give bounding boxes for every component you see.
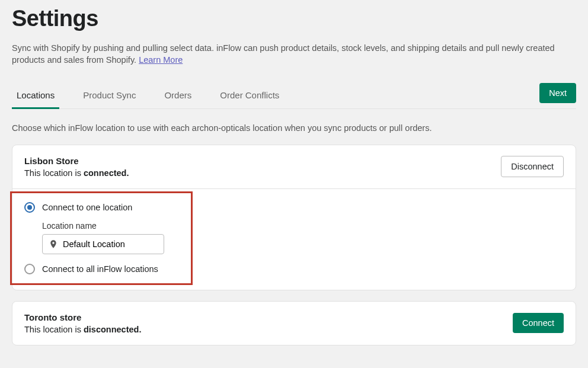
tab-order-conflicts[interactable]: Order Conflicts: [215, 83, 284, 108]
connect-button[interactable]: Connect: [513, 313, 564, 333]
tab-orders[interactable]: Orders: [159, 83, 196, 108]
store-name: Toronto store: [24, 312, 141, 322]
radio-label-one: Connect to one location: [42, 203, 132, 212]
status-prefix: This location is: [24, 168, 84, 178]
disconnect-button[interactable]: Disconnect: [501, 156, 564, 177]
next-button[interactable]: Next: [539, 83, 576, 103]
location-pin-icon: [49, 239, 58, 249]
store-card-header: Lisbon Store This location is connected.…: [12, 145, 576, 188]
store-card-lisbon: Lisbon Store This location is connected.…: [12, 145, 576, 290]
store-card-toronto: Toronto store This location is disconnec…: [12, 301, 576, 345]
radio-option-one-location[interactable]: Connect to one location: [24, 202, 564, 213]
description-text: Sync with Shopify by pushing and pulling…: [12, 43, 555, 65]
location-name-label: Location name: [42, 221, 564, 231]
tab-locations[interactable]: Locations: [12, 83, 59, 108]
page-description: Sync with Shopify by pushing and pulling…: [12, 42, 576, 83]
tabs-list: Locations Product Sync Orders Order Conf…: [12, 83, 284, 108]
learn-more-link[interactable]: Learn More: [139, 55, 183, 65]
status-word: disconnected.: [84, 325, 142, 334]
store-status: This location is connected.: [24, 168, 129, 178]
tabs-row: Locations Product Sync Orders Order Conf…: [12, 83, 576, 109]
radio-selected-icon: [24, 202, 35, 213]
location-name-input[interactable]: [63, 239, 158, 249]
radio-unselected-icon: [24, 264, 35, 274]
store-name: Lisbon Store: [24, 156, 129, 166]
location-input-block: Location name: [42, 221, 564, 254]
store-config-section: Connect to one location Location name Co…: [12, 188, 576, 290]
locations-subheading: Choose which inFlow location to use with…: [12, 109, 576, 145]
store-card-header: Toronto store This location is disconnec…: [12, 302, 576, 345]
radio-option-all-locations[interactable]: Connect to all inFlow locations: [24, 264, 564, 274]
radio-label-all: Connect to all inFlow locations: [42, 264, 158, 274]
store-status: This location is disconnected.: [24, 325, 141, 334]
page-title: Settings: [12, 0, 576, 42]
location-input-wrap[interactable]: [42, 234, 164, 254]
tab-product-sync[interactable]: Product Sync: [78, 83, 140, 108]
status-prefix: This location is: [24, 325, 84, 334]
status-word: connected.: [84, 168, 129, 178]
